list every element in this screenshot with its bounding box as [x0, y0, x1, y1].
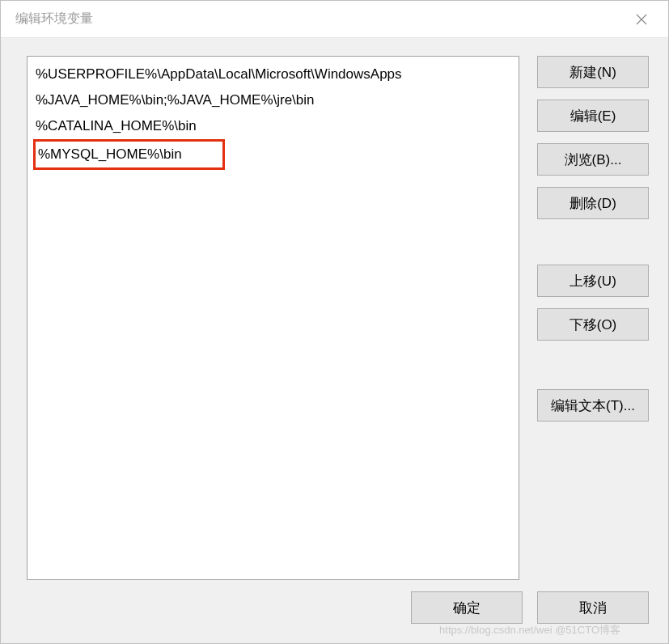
list-item[interactable]: %USERPROFILE%\AppData\Local\Microsoft\Wi…	[28, 61, 519, 87]
move-down-button[interactable]: 下移(O)	[537, 308, 649, 341]
close-icon[interactable]	[629, 7, 654, 32]
spacer	[537, 231, 649, 265]
edit-env-var-dialog: 编辑环境变量 %USERPROFILE%\AppData\Local\Micro…	[0, 0, 669, 644]
move-up-button[interactable]: 上移(U)	[537, 265, 649, 297]
ok-button[interactable]: 确定	[411, 591, 523, 624]
dialog-footer: 确定 取消	[1, 591, 668, 643]
browse-button[interactable]: 浏览(B)...	[537, 143, 649, 176]
list-item[interactable]: %JAVA_HOME%\bin;%JAVA_HOME%\jre\bin	[28, 87, 519, 113]
list-item[interactable]: %MYSQL_HOME%\bin	[33, 139, 225, 170]
path-listbox[interactable]: %USERPROFILE%\AppData\Local\Microsoft\Wi…	[27, 56, 519, 580]
cancel-button[interactable]: 取消	[537, 591, 649, 624]
edit-text-button[interactable]: 编辑文本(T)...	[537, 389, 649, 422]
titlebar: 编辑环境变量	[1, 1, 668, 38]
list-item[interactable]: %CATALINA_HOME%\bin	[28, 113, 519, 139]
button-column: 新建(N) 编辑(E) 浏览(B)... 删除(D) 上移(U) 下移(O) 编…	[537, 56, 649, 580]
edit-button[interactable]: 编辑(E)	[537, 100, 649, 132]
spacer	[537, 352, 649, 389]
content-area: %USERPROFILE%\AppData\Local\Microsoft\Wi…	[1, 38, 668, 591]
window-title: 编辑环境变量	[15, 11, 93, 28]
new-button[interactable]: 新建(N)	[537, 56, 649, 88]
delete-button[interactable]: 删除(D)	[537, 187, 649, 219]
